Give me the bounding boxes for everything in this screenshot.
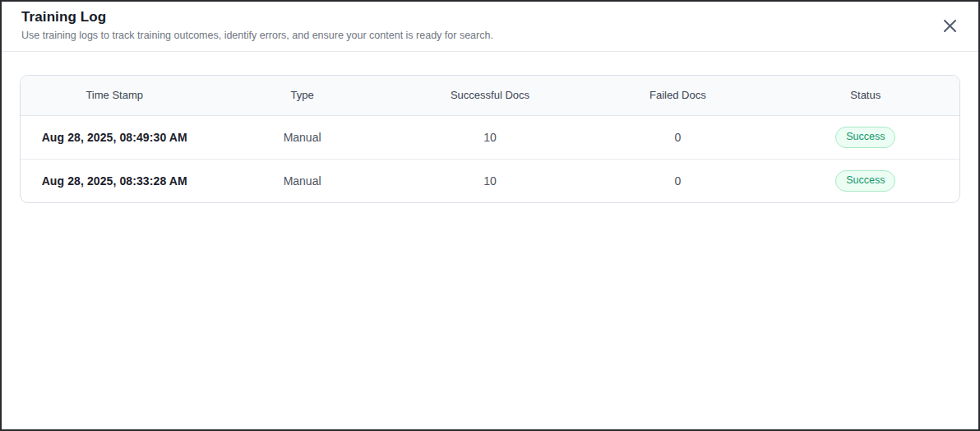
dialog-header: Training Log Use training logs to track … — [2, 2, 978, 52]
training-log-table: Time Stamp Type Successful Docs Failed D… — [21, 76, 959, 202]
cell-failed-docs: 0 — [584, 159, 771, 202]
training-log-dialog: { "dialog": { "title": "Training Log", "… — [0, 0, 980, 431]
status-badge: Success — [835, 127, 895, 148]
cell-failed-docs: 0 — [584, 115, 771, 159]
column-header-failed-docs: Failed Docs — [584, 76, 771, 115]
cell-status: Success — [772, 159, 959, 202]
column-header-type: Type — [208, 76, 395, 115]
page-title: Training Log — [21, 9, 959, 25]
cell-status: Success — [772, 115, 959, 159]
column-header-status: Status — [772, 76, 959, 115]
cell-timestamp: Aug 28, 2025, 08:33:28 AM — [21, 159, 208, 202]
training-log-table-card: Time Stamp Type Successful Docs Failed D… — [20, 75, 960, 203]
table-header-row: Time Stamp Type Successful Docs Failed D… — [21, 76, 959, 115]
table-row: Aug 28, 2025, 08:49:30 AM Manual 10 0 Su… — [21, 115, 959, 159]
dialog-subtitle: Use training logs to track training outc… — [21, 30, 959, 41]
cell-type: Manual — [208, 159, 395, 202]
dialog-body: Time Stamp Type Successful Docs Failed D… — [2, 52, 978, 226]
table-row: Aug 28, 2025, 08:33:28 AM Manual 10 0 Su… — [21, 159, 959, 202]
close-button[interactable] — [939, 15, 960, 36]
column-header-successful-docs: Successful Docs — [396, 76, 584, 115]
cell-successful-docs: 10 — [396, 115, 584, 159]
cell-timestamp: Aug 28, 2025, 08:49:30 AM — [21, 115, 208, 159]
status-badge: Success — [835, 170, 895, 192]
cell-type: Manual — [208, 115, 395, 159]
column-header-timestamp: Time Stamp — [21, 76, 208, 115]
close-icon — [942, 18, 958, 34]
cell-successful-docs: 10 — [396, 159, 584, 202]
